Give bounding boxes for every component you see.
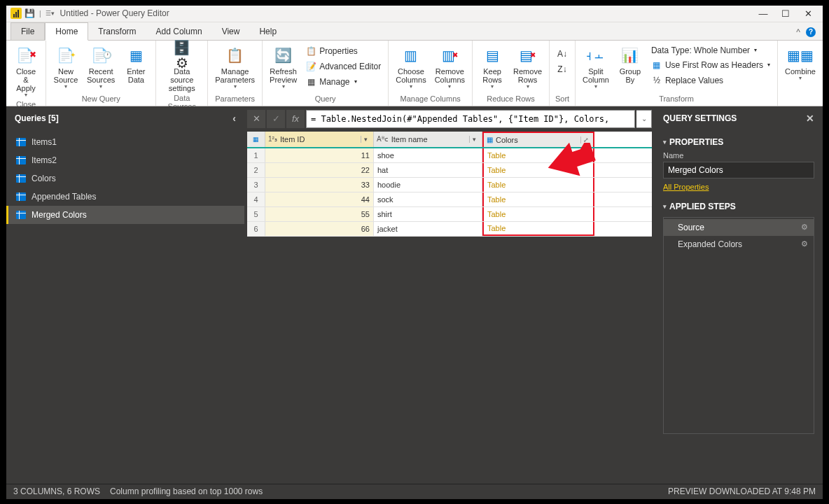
tab-help[interactable]: Help: [249, 23, 286, 40]
refresh-preview-button[interactable]: 🔄Refresh Preview▾: [267, 44, 300, 92]
recent-sources-button[interactable]: 📄🕐Recent Sources▾: [84, 44, 118, 92]
status-columns-rows: 3 COLUMNS, 6 ROWS: [13, 486, 100, 496]
cell-colors-table[interactable]: Table: [482, 163, 594, 177]
table-row[interactable]: 555shirtTable: [247, 207, 652, 222]
maximize-button[interactable]: ☐: [781, 8, 790, 18]
query-item-items1[interactable]: Items1: [6, 133, 244, 151]
replace-values-button[interactable]: ½Replace Values: [648, 74, 773, 88]
cell-item-name[interactable]: shirt: [374, 207, 482, 221]
qat-dropdown-icon[interactable]: ☰▾: [46, 10, 55, 17]
cell-colors-table[interactable]: Table: [482, 207, 594, 221]
collapse-queries-icon[interactable]: ‹: [232, 113, 236, 124]
applied-steps-section[interactable]: APPLIED STEPS: [663, 202, 814, 211]
table-row[interactable]: 111shoeTable: [247, 148, 652, 163]
cell-colors-table[interactable]: Table: [482, 192, 594, 206]
tab-file[interactable]: File: [11, 22, 45, 40]
cell-item-name[interactable]: sock: [374, 192, 482, 206]
quick-access-toolbar: 💾 | ☰▾: [25, 8, 55, 18]
query-item-items2[interactable]: Items2: [6, 151, 244, 169]
data-source-settings-button[interactable]: 🗄️⚙Data source settings: [160, 44, 203, 94]
cell-item-name[interactable]: jacket: [374, 222, 482, 236]
status-profiling: Column profiling based on top 1000 rows: [110, 486, 263, 496]
cell-colors-table[interactable]: Table: [482, 178, 594, 192]
sort-desc-button[interactable]: Z↓: [554, 62, 571, 76]
cell-item-id[interactable]: 11: [265, 148, 374, 162]
cell-item-id[interactable]: 44: [265, 192, 374, 206]
gear-icon[interactable]: ⚙: [801, 239, 808, 248]
query-item-appended-tables[interactable]: Appended Tables: [6, 188, 244, 206]
split-column-button[interactable]: ⫞⫠Split Column▾: [580, 44, 612, 92]
status-bar: 3 COLUMNS, 6 ROWS Column profiling based…: [6, 484, 823, 499]
cell-item-id[interactable]: 22: [265, 163, 374, 177]
name-label: Name: [663, 151, 814, 160]
fx-icon[interactable]: fx: [286, 110, 305, 128]
collapse-ribbon-icon[interactable]: ^: [796, 27, 800, 37]
tab-view[interactable]: View: [212, 23, 250, 40]
cell-item-name[interactable]: hat: [374, 163, 482, 177]
column-dropdown-icon[interactable]: ▾: [361, 136, 370, 143]
tab-home[interactable]: Home: [45, 22, 88, 41]
row-number: 5: [247, 207, 265, 221]
close-apply-button[interactable]: 📄✖Close & Apply▾: [11, 44, 41, 100]
select-all-corner[interactable]: ▦: [247, 132, 265, 147]
close-window-button[interactable]: ✕: [803, 8, 813, 18]
combine-button[interactable]: ▦▦Combine▾: [782, 44, 818, 83]
choose-columns-button[interactable]: ▥Choose Columns▾: [393, 44, 429, 92]
properties-button[interactable]: 📋Properties: [302, 44, 384, 58]
data-preview-pane: ✕ ✓ fx ⌄ ▦ 1²₃Item ID▾ AᴮᴄItem name▾ ▦Co…: [244, 106, 655, 484]
tab-add-column[interactable]: Add Column: [146, 23, 212, 40]
table-row[interactable]: 333hoodieTable: [247, 178, 652, 192]
row-number: 3: [247, 178, 265, 192]
advanced-editor-button[interactable]: 📝Advanced Editor: [302, 59, 384, 74]
group-by-button[interactable]: 📊Group By: [615, 44, 646, 85]
formula-input[interactable]: [306, 110, 635, 128]
cell-item-id[interactable]: 55: [265, 207, 374, 221]
cell-colors-table[interactable]: Table: [482, 222, 594, 236]
remove-rows-button[interactable]: ▤✖Remove Rows▾: [510, 44, 545, 92]
help-icon[interactable]: ?: [806, 27, 816, 37]
properties-section[interactable]: PROPERTIES: [663, 137, 814, 147]
cancel-formula-icon[interactable]: ✕: [247, 110, 265, 128]
column-dropdown-icon[interactable]: ▾: [469, 136, 479, 143]
column-header-colors[interactable]: ▦Colors⤢: [482, 132, 594, 147]
formula-bar: ✕ ✓ fx ⌄: [247, 109, 652, 129]
query-item-merged-colors[interactable]: Merged Colors: [6, 206, 244, 224]
expand-column-icon[interactable]: ⤢: [580, 136, 590, 144]
tab-transform[interactable]: Transform: [88, 23, 146, 40]
row-number: 6: [247, 222, 265, 236]
enter-data-button[interactable]: ▦Enter Data: [120, 44, 151, 85]
cell-item-name[interactable]: shoe: [374, 148, 482, 162]
column-header-item-name[interactable]: AᴮᴄItem name▾: [374, 132, 482, 147]
new-source-button[interactable]: 📄✦New Source▾: [50, 44, 81, 92]
query-name-input[interactable]: [663, 162, 814, 178]
cell-item-id[interactable]: 66: [265, 222, 374, 236]
remove-columns-button[interactable]: ▥✖Remove Columns▾: [432, 44, 468, 92]
ribbon-tabs: File Home Transform Add Column View Help…: [6, 22, 823, 41]
all-properties-link[interactable]: All Properties: [663, 183, 709, 191]
query-item-colors[interactable]: Colors: [6, 169, 244, 188]
sort-asc-button[interactable]: A↓: [554, 47, 571, 61]
table-row[interactable]: 222hatTable: [247, 163, 652, 178]
minimize-button[interactable]: —: [758, 8, 768, 18]
settings-header: QUERY SETTINGS ✕: [655, 106, 823, 130]
accept-formula-icon[interactable]: ✓: [267, 110, 285, 128]
data-type-button[interactable]: Data Type: Whole Number▾: [648, 44, 773, 57]
table-row[interactable]: 444sockTable: [247, 192, 652, 207]
cell-colors-table[interactable]: Table: [482, 148, 594, 162]
applied-step-source[interactable]: Source⚙: [664, 219, 814, 236]
expand-formula-icon[interactable]: ⌄: [636, 110, 652, 128]
manage-parameters-button[interactable]: 📋Manage Parameters▾: [212, 44, 258, 92]
close-settings-icon[interactable]: ✕: [806, 113, 814, 124]
applied-step-expanded-colors[interactable]: Expanded Colors⚙: [664, 236, 814, 253]
save-icon[interactable]: 💾: [25, 8, 35, 18]
cell-item-id[interactable]: 33: [265, 178, 374, 192]
column-header-item-id[interactable]: 1²₃Item ID▾: [265, 132, 374, 147]
table-icon: [16, 211, 26, 219]
keep-rows-button[interactable]: ▤Keep Rows▾: [477, 44, 508, 92]
first-row-headers-button[interactable]: ▦Use First Row as Headers▾: [648, 58, 773, 72]
manage-button[interactable]: ▦Manage▾: [302, 75, 384, 89]
cell-item-name[interactable]: hoodie: [374, 178, 482, 192]
table-row[interactable]: 666jacketTable: [247, 222, 652, 237]
row-number: 4: [247, 192, 265, 206]
gear-icon[interactable]: ⚙: [801, 223, 808, 232]
